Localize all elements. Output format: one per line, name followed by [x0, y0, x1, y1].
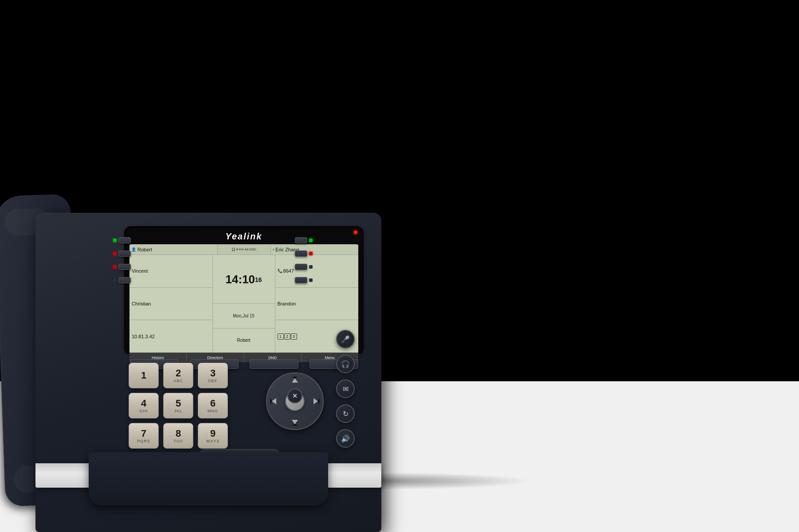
lcd-row2-left: Vincent: [129, 255, 212, 288]
status-icons-text: 🎧▼✉✉ AA DND: [231, 248, 256, 251]
key-9-sub: WXYZ: [206, 439, 219, 443]
key-2-main: 2: [176, 368, 181, 378]
line-key-left-4: [113, 277, 131, 283]
btn-right-2[interactable]: [295, 250, 307, 257]
speaker-icon: 🔊: [341, 434, 350, 443]
line-key-right-1: [295, 237, 313, 243]
screen-bezel: Yealink 👤 Robert 🎧▼✉✉ AA DND ●: [124, 226, 364, 355]
nav-up-arrow[interactable]: [292, 377, 298, 383]
phone-stand: [89, 452, 328, 505]
key-3-sub: DEF: [208, 379, 218, 383]
btn-left-4[interactable]: [118, 277, 131, 283]
lcd-8647-label: 📞 8647: [275, 255, 296, 287]
led-right-4: [309, 278, 313, 282]
lcd-left-column: Vincent Christian 10.81.3.42: [129, 255, 213, 352]
lcd-status-icons: 🎧▼✉✉ AA DND: [218, 244, 271, 254]
key-4[interactable]: 4 GHI: [129, 393, 159, 419]
lcd-ip-label: 10.81.3.42: [129, 320, 157, 352]
key-6[interactable]: 6 MNO: [198, 393, 228, 419]
lcd-time-seconds: 16: [255, 276, 262, 283]
lcd-middle-area: Vincent Christian 10.81.3.42: [129, 255, 358, 352]
lcd-vincent-label: Vincent: [129, 255, 150, 287]
key-5[interactable]: 5 JKL: [163, 393, 193, 419]
nav-down-arrow[interactable]: [292, 420, 298, 426]
line-key-right-3: [295, 264, 313, 270]
lcd-brandon-label: Brandon: [275, 288, 298, 320]
lcd-row-1: 👤 Robert 🎧▼✉✉ AA DND ● Eric Zhang: [129, 244, 358, 255]
btn-left-3[interactable]: [118, 264, 131, 270]
mute-button[interactable]: 🎤: [336, 330, 355, 348]
led-left-1: [113, 239, 117, 242]
lcd-bottom-center: Robert: [213, 329, 275, 353]
bg-top: [0, 0, 799, 213]
nav-left-arrow[interactable]: [270, 398, 276, 404]
line-key-right-4: [295, 277, 313, 283]
brand-label: Yealink: [129, 231, 358, 242]
led-left-4: [113, 278, 117, 282]
lcd-ext-text: 8647: [283, 268, 294, 274]
key-5-main: 5: [176, 399, 181, 408]
lcd-display: 👤 Robert 🎧▼✉✉ AA DND ● Eric Zhang: [129, 244, 358, 362]
led-red-indicator: [354, 231, 357, 234]
line-key-left-1: [113, 237, 131, 243]
key-3-main: 3: [210, 368, 215, 378]
phone-icon-1: 📞: [278, 269, 282, 273]
badge-3: 3: [291, 333, 297, 340]
key-4-main: 4: [141, 399, 146, 408]
btn-left-2[interactable]: [118, 250, 131, 257]
softkey-below-3[interactable]: [250, 359, 298, 369]
led-right-3: [309, 265, 313, 269]
lcd-line1-right: ● Eric Zhang: [271, 244, 359, 254]
lcd-time-main: 14:10: [226, 274, 255, 285]
key-1-main: 1: [141, 371, 146, 380]
key-8[interactable]: 8 TUV: [163, 423, 193, 449]
btn-right-4[interactable]: [295, 277, 307, 283]
headset-icon: 🎧: [341, 360, 350, 368]
key-7[interactable]: 7 PQRS: [129, 423, 159, 449]
line-key-left-2: [113, 250, 131, 257]
badge-2: 2: [284, 333, 290, 340]
key-6-sub: MNO: [208, 409, 218, 413]
lcd-line1-name: Robert: [137, 247, 152, 252]
speaker-button[interactable]: 🔊: [336, 429, 355, 448]
key-9[interactable]: 9 WXYZ: [198, 423, 228, 449]
phone-scene: HD ··· Yealink 👤 Robert 🎧▼✉✉ AA: [0, 0, 799, 532]
btn-left-1[interactable]: [118, 237, 131, 243]
lcd-time-area: 14:10 16: [213, 255, 275, 304]
lcd-line1-left: 👤 Robert: [129, 244, 218, 254]
key-4-sub: GHI: [139, 409, 148, 413]
btn-right-3[interactable]: [295, 264, 307, 270]
badge-1: 1: [278, 333, 284, 340]
redial-button[interactable]: ↻: [336, 404, 355, 423]
redial-icon: ↻: [343, 410, 349, 418]
person-icon-1: 👤: [131, 247, 136, 252]
key-5-sub: JKL: [174, 409, 183, 413]
brand-name-text: Yealink: [225, 231, 262, 241]
headset-button[interactable]: 🎧: [336, 355, 355, 373]
cancel-x-button[interactable]: ✕: [287, 388, 302, 403]
lcd-row3-left: Christian: [129, 288, 212, 321]
func-buttons-group: 🎤 🎧 ✉ ↻ 🔊: [336, 330, 355, 448]
line-keys-right-group: [295, 237, 313, 283]
nav-right-arrow[interactable]: [313, 398, 319, 404]
btn-right-1[interactable]: [295, 237, 307, 243]
lcd-bottom-name: Robert: [237, 338, 251, 343]
message-icon: ✉: [343, 385, 349, 393]
x-icon: ✕: [292, 392, 298, 399]
key-2[interactable]: 2 ABC: [163, 363, 193, 388]
key-6-main: 6: [210, 399, 215, 408]
lcd-center-column: 14:10 16 Mon,Jul 15 Robert: [213, 255, 275, 352]
key-8-main: 8: [176, 429, 181, 438]
led-green-1: ●: [273, 247, 275, 251]
key-2-sub: ABC: [173, 379, 183, 383]
key-7-main: 7: [141, 429, 146, 438]
key-1[interactable]: 1: [129, 363, 159, 388]
lcd-date-text: Mon,Jul 15: [233, 313, 255, 318]
line-key-right-2: [295, 250, 313, 257]
led-right-2: [309, 252, 313, 255]
message-button[interactable]: ✉: [336, 379, 355, 398]
mute-icon: 🎤: [341, 335, 350, 344]
line-key-left-3: [113, 264, 131, 270]
key-3[interactable]: 3 DEF: [198, 363, 228, 388]
led-left-2: [113, 252, 117, 255]
